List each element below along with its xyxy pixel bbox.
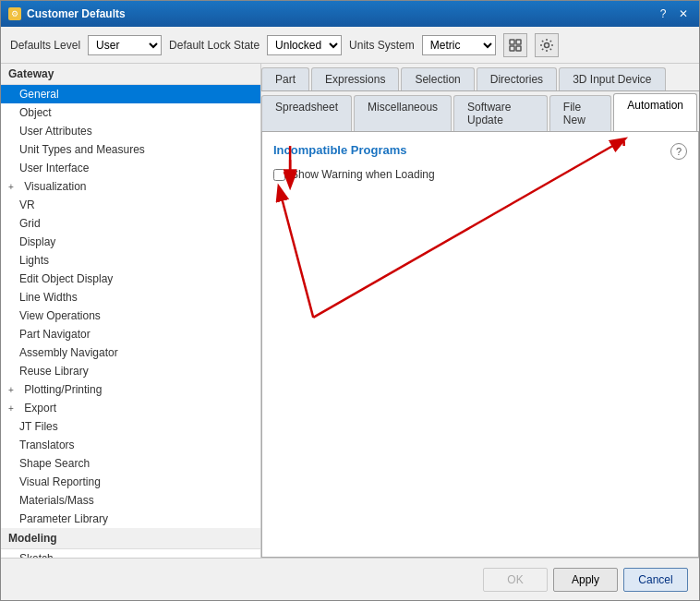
sidebar-scroll[interactable]: Gateway General Object User Attributes U…: [1, 64, 260, 558]
sidebar-item-jt-files[interactable]: JT Files: [1, 417, 260, 436]
sidebar: Gateway General Object User Attributes U…: [1, 64, 261, 558]
section-title: Incompatible Programs: [273, 143, 687, 157]
show-warning-row: Show Warning when Loading: [273, 168, 687, 181]
help-title-button[interactable]: ?: [655, 6, 671, 21]
sidebar-item-line-widths[interactable]: Line Widths: [1, 288, 260, 307]
sidebar-item-visualization[interactable]: + Visualization: [1, 177, 260, 196]
sidebar-item-reuse-library[interactable]: Reuse Library: [1, 362, 260, 380]
tab-directories[interactable]: Directories: [477, 67, 557, 90]
footer: OK Apply Cancel: [1, 558, 699, 600]
dialog-title: Customer Defaults: [27, 7, 126, 20]
units-system-select[interactable]: Metric English: [422, 35, 496, 55]
apply-button[interactable]: Apply: [553, 568, 618, 592]
svg-rect-1: [516, 40, 521, 44]
sidebar-item-general[interactable]: General: [1, 85, 260, 103]
title-bar-left: ⚙ Customer Defaults: [8, 7, 126, 20]
tabs-row1: Part Expressions Selection Directories 3…: [261, 64, 699, 91]
sidebar-item-lights[interactable]: Lights: [1, 251, 260, 270]
help-icon[interactable]: ?: [670, 143, 687, 160]
ok-button[interactable]: OK: [483, 568, 548, 592]
arrow-overlay: [262, 132, 698, 558]
tab-miscellaneous[interactable]: Miscellaneous: [354, 95, 452, 131]
svg-rect-2: [510, 46, 514, 51]
sidebar-item-user-interface[interactable]: User Interface: [1, 159, 260, 177]
units-icon-button[interactable]: [503, 33, 527, 57]
sidebar-item-user-attributes[interactable]: User Attributes: [1, 122, 260, 140]
svg-line-6: [279, 187, 313, 318]
sidebar-item-display[interactable]: Display: [1, 233, 260, 251]
sidebar-item-edit-object-display[interactable]: Edit Object Display: [1, 270, 260, 288]
title-bar-controls: ? ✕: [655, 6, 692, 21]
sidebar-item-parameter-library[interactable]: Parameter Library: [1, 510, 260, 528]
sidebar-item-vr[interactable]: VR: [1, 196, 260, 214]
sidebar-item-object[interactable]: Object: [1, 103, 260, 122]
sidebar-item-materials-mass[interactable]: Materials/Mass: [1, 491, 260, 510]
tab-expressions[interactable]: Expressions: [311, 67, 399, 90]
show-warning-label[interactable]: Show Warning when Loading: [291, 168, 435, 181]
main-content: Gateway General Object User Attributes U…: [1, 64, 699, 558]
show-warning-checkbox[interactable]: [273, 169, 285, 181]
svg-rect-3: [516, 46, 521, 51]
tab-3d-input-device[interactable]: 3D Input Device: [559, 67, 665, 90]
close-title-button[interactable]: ✕: [675, 6, 692, 21]
tab-software-update[interactable]: Software Update: [453, 95, 548, 131]
tab-file-new[interactable]: File New: [549, 95, 611, 131]
default-lock-state-label: Default Lock State: [169, 39, 259, 52]
app-icon: ⚙: [8, 7, 21, 20]
tab-spreadsheet[interactable]: Spreadsheet: [261, 95, 352, 131]
sidebar-item-sketch[interactable]: Sketch: [1, 549, 260, 558]
sidebar-item-part-navigator[interactable]: Part Navigator: [1, 325, 260, 343]
dialog: ⚙ Customer Defaults ? ✕ Defaults Level U…: [0, 0, 700, 601]
sidebar-item-unit-types[interactable]: Unit Types and Measures: [1, 140, 260, 159]
sidebar-item-view-operations[interactable]: View Operations: [1, 307, 260, 325]
default-lock-state-select[interactable]: Unlocked Locked: [267, 35, 342, 55]
svg-point-4: [544, 42, 549, 47]
tabs-row2: Spreadsheet Miscellaneous Software Updat…: [261, 91, 699, 132]
sidebar-item-plotting-printing[interactable]: + Plotting/Printing: [1, 380, 260, 399]
tab-automation[interactable]: Automation: [613, 93, 697, 131]
title-bar: ⚙ Customer Defaults ? ✕: [1, 1, 699, 27]
sidebar-item-export[interactable]: + Export: [1, 399, 260, 417]
units-system-label: Units System: [349, 39, 415, 52]
sidebar-group-modeling: Modeling: [1, 528, 260, 549]
svg-rect-0: [510, 40, 514, 44]
settings-icon-button[interactable]: [535, 33, 559, 57]
defaults-level-label: Defaults Level: [10, 39, 80, 52]
sidebar-item-shape-search[interactable]: Shape Search: [1, 454, 260, 473]
content-area: Incompatible Programs Show Warning when …: [261, 132, 699, 558]
sidebar-group-gateway: Gateway: [1, 64, 260, 85]
sidebar-item-grid[interactable]: Grid: [1, 214, 260, 233]
tab-selection[interactable]: Selection: [401, 67, 474, 90]
sidebar-item-translators[interactable]: Translators: [1, 436, 260, 454]
defaults-level-select[interactable]: User Site: [88, 35, 162, 55]
cancel-button[interactable]: Cancel: [623, 568, 688, 592]
sidebar-item-assembly-navigator[interactable]: Assembly Navigator: [1, 343, 260, 362]
toolbar: Defaults Level User Site Default Lock St…: [1, 27, 699, 64]
right-panel: Part Expressions Selection Directories 3…: [261, 64, 699, 558]
tab-part[interactable]: Part: [261, 67, 309, 90]
svg-line-7: [313, 139, 623, 318]
sidebar-item-visual-reporting[interactable]: Visual Reporting: [1, 473, 260, 491]
